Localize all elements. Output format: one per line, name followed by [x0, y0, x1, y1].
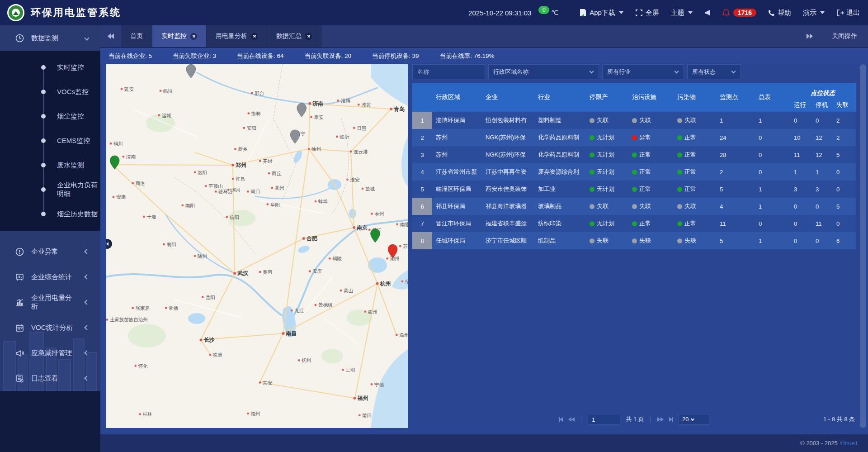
tab-用电量分析[interactable]: 用电量分析 [207, 25, 267, 47]
city-label: 南通 [400, 222, 408, 227]
city-label: 黄山 [344, 288, 353, 293]
vertical-scrollbar[interactable] [860, 64, 866, 428]
tab-实时监控[interactable]: 实时监控 [152, 25, 207, 47]
column-header: 污染物 [674, 83, 716, 112]
phone-icon [768, 10, 775, 16]
column-header: 行政区域 [432, 83, 482, 112]
row-index: 7 [412, 215, 432, 232]
theme-button[interactable]: 主题 [671, 9, 693, 17]
close-icon[interactable] [251, 33, 258, 40]
sidebar-item-企业电力负荷明细[interactable]: 企业电力负荷明细 [0, 177, 100, 202]
status-dot [677, 187, 682, 192]
table-row[interactable]: 5 临潼区环保局 西安市佳奥装饰 加工业 无计划正常正常 5 1 3 3 0 [412, 181, 856, 198]
sidebar-item-废水监测[interactable]: 废水监测 [0, 153, 100, 177]
last-page-button[interactable] [669, 417, 674, 422]
alert-circle-icon [15, 247, 24, 256]
bell-icon [722, 9, 730, 17]
tab-数据汇总[interactable]: 数据汇总 [267, 25, 321, 47]
city-label: 襄阳 [166, 242, 176, 247]
status-dot [677, 152, 682, 157]
fullscreen-button[interactable]: 全屏 [635, 9, 659, 17]
city-dot [259, 271, 261, 273]
tabs-scroll-left-icon[interactable] [100, 25, 121, 47]
map-panel[interactable]: 济南青岛郑州武汉杭州南京合肥南昌长沙福州潍坊淄博泰安邢台邯郸安阳新乡开封洛阳平顶… [106, 64, 408, 428]
page-size-select[interactable]: 20 [679, 414, 709, 425]
city-label: 安庆 [312, 268, 322, 274]
sidebar-group-3[interactable]: 企业用电量分析 [0, 290, 100, 315]
status-dot [677, 170, 682, 175]
city-label: 周口 [250, 189, 260, 194]
fullscreen-icon [635, 9, 643, 17]
city-dot [271, 187, 273, 189]
city-dot [282, 332, 285, 335]
name-filter-input[interactable] [412, 64, 485, 79]
map-pin-gray[interactable] [186, 64, 196, 78]
city-label: 商丘 [272, 171, 282, 176]
status-dot [590, 221, 594, 226]
sidebar-group-0[interactable]: 数据监测 [0, 25, 100, 51]
city-dot [123, 156, 125, 158]
status-dot [632, 204, 637, 209]
table-row[interactable]: 6 祁县环保局 祁县海洋玻璃器 玻璃制品 失联失联失联 4 1 0 0 5 [412, 198, 856, 215]
sidebar-item-CEMS监控[interactable]: CEMS监控 [0, 128, 100, 153]
app-download-button[interactable]: App下载 [579, 9, 623, 17]
sound-button[interactable] [704, 10, 711, 16]
logout-button[interactable]: 退出 [836, 9, 860, 17]
monitor-gauge-icon [15, 34, 24, 43]
city-dot [353, 226, 355, 229]
table-row[interactable]: 1 淄博环保局 恒创包装材料有 塑料制造 失联失联失联 1 1 0 0 2 [412, 112, 856, 129]
prev-page-button[interactable] [568, 417, 575, 422]
city-dot [247, 412, 249, 414]
next-page-button[interactable] [657, 417, 664, 422]
table-row[interactable]: 8 任城环保局 济宁市任城区顺 纸制品 失联失联失联 5 1 0 0 6 [412, 232, 856, 249]
city-dot [194, 255, 196, 257]
city-dot [396, 223, 398, 225]
city-dot [132, 307, 134, 309]
city-label: 衢州 [368, 309, 377, 314]
notifications-button[interactable]: 1716 [722, 9, 756, 17]
region-filter-select[interactable]: 行政区域名称 [488, 64, 599, 79]
sidebar-group-2[interactable]: 企业综合统计 [0, 264, 100, 290]
table-row[interactable]: 7 晋江市环保局 福建省联丰盛漂 纺织印染 无计划正常正常 11 0 0 11 … [412, 215, 856, 232]
city-label: 洛阳 [198, 170, 207, 175]
map-pin-gray[interactable] [290, 130, 300, 144]
city-dot [143, 215, 145, 218]
tab-首页[interactable]: 首页 [121, 25, 152, 47]
close-icon[interactable] [190, 33, 197, 40]
industry-filter-select[interactable]: 所有行业 [602, 64, 684, 79]
city-label: 渭南 [126, 154, 136, 159]
map-pin-green[interactable] [110, 156, 119, 170]
city-dot [165, 307, 167, 309]
help-button[interactable]: 帮助 [768, 9, 791, 17]
close-icon[interactable] [305, 33, 312, 40]
table-row[interactable]: 3 苏州 NGK(苏州)环保 化学药品原料制 无计划正常正常 28 0 11 1… [412, 146, 856, 163]
tabs-scroll-right-icon[interactable] [799, 33, 820, 39]
pagination: 共 1 页 20 1 - 8 共 8 条 [412, 411, 856, 428]
city-label: 桂林 [142, 411, 152, 417]
status-filter-select[interactable]: 所有状态 [687, 64, 741, 79]
city-label: 岳阳 [205, 295, 215, 300]
page-number-input[interactable] [588, 414, 620, 425]
brand-link[interactable]: ©true1 [840, 440, 858, 447]
app-logo [7, 4, 24, 21]
city-dot [291, 309, 293, 312]
status-dot [590, 135, 594, 140]
city-dot [268, 172, 270, 175]
map-pin-green[interactable] [370, 228, 380, 242]
city-dot [354, 397, 356, 400]
demo-button[interactable]: 演示 [803, 9, 825, 17]
city-dot [163, 243, 165, 246]
map-pin-gray[interactable] [297, 103, 307, 117]
close-operations-button[interactable]: 关闭操作 [832, 32, 857, 40]
column-header: 运行 [790, 98, 812, 112]
status-dot [632, 187, 637, 192]
sidebar-item-烟尘监控[interactable]: 烟尘监控 [0, 104, 100, 128]
table-row[interactable]: 2 苏州 NGK(苏州)环保 化学药品原料制 无计划异常正常 24 0 10 1… [412, 129, 856, 146]
table-row[interactable]: 4 江苏省常州市新 江苏中再再生资 废弃资源综合利 无计划正常正常 2 0 1 … [412, 163, 856, 181]
sidebar-group-1[interactable]: 企业异常 [0, 239, 100, 264]
sidebar-item-实时监控[interactable]: 实时监控 [0, 55, 100, 80]
sidebar-menu: 数据监测 实时监控VOCs监控烟尘监控CEMS监控废水监测企业电力负荷明细烟尘历… [0, 25, 100, 391]
sidebar-item-烟尘历史数据[interactable]: 烟尘历史数据 [0, 202, 100, 226]
sidebar-item-VOCs监控[interactable]: VOCs监控 [0, 80, 100, 104]
first-page-button[interactable] [559, 417, 563, 422]
